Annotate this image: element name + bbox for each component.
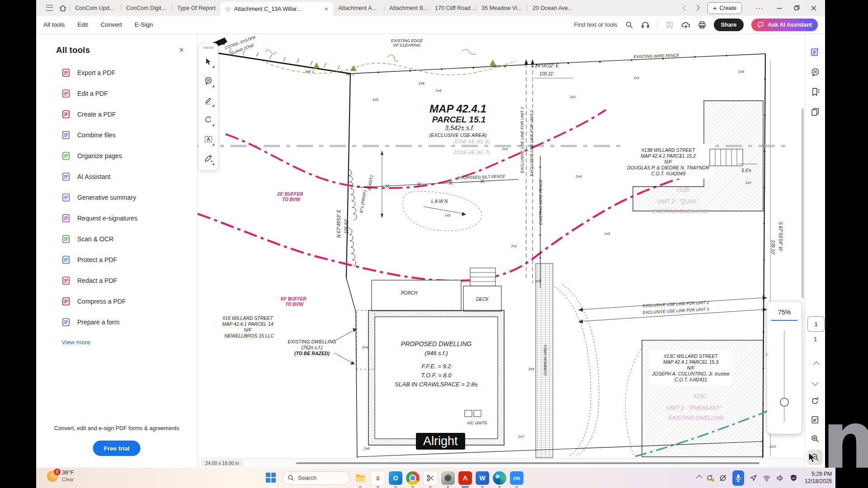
hidden-eye-tray-icon[interactable]: [719, 474, 727, 482]
tab-attachment-a-[interactable]: Attachment A...: [333, 0, 384, 16]
comment-icon: [204, 76, 213, 85]
print-icon[interactable]: [698, 21, 706, 29]
panel-close-button[interactable]: ×: [179, 46, 184, 54]
comments-rail-button[interactable]: [805, 62, 825, 82]
tab-concom-upd-[interactable]: ConCom Upd...: [70, 0, 121, 16]
survey-label: #15 WILLARD STREET: [222, 315, 274, 321]
start-button[interactable]: [266, 473, 277, 483]
draw-tool-button[interactable]: [201, 110, 216, 129]
create-button[interactable]: +Create: [708, 2, 742, 14]
zoom-slider-track[interactable]: [784, 331, 785, 422]
menu-item-edit[interactable]: Edit: [77, 21, 88, 28]
overflow-menu-button[interactable]: ···: [755, 4, 764, 12]
tab-close-button[interactable]: ×: [321, 5, 328, 13]
sidebar-item-scan-ocr[interactable]: Scan & OCR: [36, 229, 197, 249]
restore-button[interactable]: [788, 0, 805, 16]
sidebar-item-combine-files[interactable]: Combine files: [36, 125, 197, 145]
sync-tray-icon[interactable]: [706, 474, 713, 482]
file-explorer-icon[interactable]: [354, 471, 367, 485]
security-tray-icon[interactable]: [790, 474, 797, 482]
tab-back-button[interactable]: [679, 1, 691, 15]
sidebar-item-generative-summary[interactable]: Generative summary: [36, 187, 197, 208]
page-number-input[interactable]: [807, 316, 825, 332]
menu-item-convert[interactable]: Convert: [101, 21, 122, 28]
tab-active[interactable]: ☆Attachment C_13A Willar...×: [220, 2, 333, 16]
wifi-icon: [763, 474, 771, 482]
survey-label: WF 3: [492, 64, 501, 68]
fit-page-button[interactable]: [807, 412, 823, 427]
sidebar-item-export-a-pdf[interactable]: Export a PDF: [36, 62, 197, 83]
close-window-button[interactable]: [805, 0, 822, 16]
sidebar-item-edit-a-pdf[interactable]: Edit a PDF: [36, 83, 197, 104]
sidebar-item-request-e-signatures[interactable]: Request e-signatures: [36, 208, 197, 229]
app-menu-button[interactable]: [42, 0, 56, 16]
gen-summary-rail-button[interactable]: [805, 42, 825, 62]
find-label[interactable]: Find text or tools: [574, 21, 617, 28]
taskbar-search[interactable]: Search: [282, 471, 350, 485]
vertical-scrollbar[interactable]: [802, 108, 804, 298]
tray-expand-button[interactable]: [696, 476, 700, 480]
rotate-page-button[interactable]: [807, 393, 823, 408]
snipping-tool-icon[interactable]: [423, 471, 438, 485]
menu-item-all-tools[interactable]: All tools: [43, 21, 65, 28]
zoom-app-icon[interactable]: zm: [510, 471, 524, 485]
view-more-link[interactable]: View more: [61, 339, 197, 346]
pdf-viewport[interactable]: EXISTING EDGEOF CLEARINGEXISTING WIRE FE…: [198, 34, 805, 468]
home-button[interactable]: [56, 0, 70, 16]
free-trial-button[interactable]: Free trial: [93, 441, 140, 456]
microphone-active-indicator[interactable]: [732, 470, 744, 486]
survey-label: S 24°00'22" E: [531, 63, 559, 68]
wifi-tray-icon[interactable]: [763, 474, 771, 482]
previous-page-button[interactable]: [807, 357, 823, 372]
ask-ai-button[interactable]: Ask AI Assistant: [751, 19, 818, 31]
bookmarks-rail-button[interactable]: [805, 82, 825, 102]
minimize-button[interactable]: [771, 0, 788, 16]
weather-widget[interactable]: 8 36°F Clear: [47, 469, 74, 483]
word-icon[interactable]: W: [476, 471, 489, 485]
sidebar-item-protect-a-pdf[interactable]: Protect a PDF: [36, 249, 197, 270]
highlight-tool-button[interactable]: [201, 91, 216, 109]
tab-35-meadow-vi-[interactable]: 35 Meadow Vi...: [476, 0, 527, 16]
menu-item-e-sign[interactable]: E-Sign: [135, 21, 153, 28]
read-aloud-icon[interactable]: [641, 20, 650, 29]
tab-20-ocean-ave-[interactable]: 20 Ocean Ave...: [528, 0, 577, 16]
save-icon[interactable]: [665, 21, 674, 29]
acrobat-glyph: Λ: [463, 474, 467, 482]
sidebar-item-create-a-pdf[interactable]: Create a PDF: [36, 104, 197, 125]
sidebar-item-organize-pages[interactable]: Organize pages: [36, 145, 197, 166]
comment-tool-button[interactable]: [201, 71, 216, 90]
tab-label: Type Of Report: [177, 5, 216, 11]
location-tray-icon[interactable]: [750, 474, 757, 482]
acrobat-icon[interactable]: Λ: [458, 471, 472, 485]
tab-attachment-b-[interactable]: Attachment B...: [384, 0, 429, 16]
taskbar-clock[interactable]: 5:29 PM 12/18/2025: [805, 471, 832, 485]
tab-170-cliff-road-[interactable]: 170 Cliff Road ...: [430, 0, 476, 16]
tab-concom-digit-[interactable]: ConCom Digit...: [121, 0, 172, 16]
text-select-tool-button[interactable]: [201, 130, 216, 148]
next-page-button[interactable]: [807, 375, 823, 390]
select-tool-button[interactable]: [201, 52, 216, 70]
zoom-in-button[interactable]: [807, 431, 823, 446]
edge-icon[interactable]: [493, 471, 506, 485]
sidebar-item-prepare-a-form[interactable]: Prepare a form: [36, 312, 197, 333]
x-app-icon[interactable]: x: [371, 471, 385, 485]
cloud-upload-icon[interactable]: [681, 21, 690, 29]
sidebar-item-ai-assistant[interactable]: AI Assistant: [36, 166, 197, 187]
share-button[interactable]: Share: [714, 19, 744, 31]
tab-type-of-report[interactable]: Type Of Report: [172, 0, 220, 16]
drag-handle[interactable]: [203, 47, 214, 49]
sidebar-item-compress-a-pdf[interactable]: Compress a PDF: [36, 291, 197, 312]
tab-label: 20 Ocean Ave...: [533, 5, 573, 11]
chrome-icon[interactable]: [406, 471, 420, 485]
outlook-icon[interactable]: O: [389, 471, 402, 485]
zoom-slider-knob[interactable]: [780, 398, 789, 407]
sidebar-item-redact-a-pdf[interactable]: Redact a PDF: [36, 270, 197, 291]
tab-forward-button[interactable]: [691, 1, 703, 15]
pages-rail-button[interactable]: [805, 102, 825, 122]
camera-app-icon[interactable]: [441, 471, 455, 485]
fill-sign-tool-button[interactable]: [201, 149, 216, 168]
survey-label: EXISTING DWELLING: [288, 339, 336, 344]
volume-tray-icon[interactable]: [776, 474, 784, 482]
search-icon[interactable]: [625, 21, 633, 29]
horizontal-scrollbar[interactable]: [296, 462, 760, 464]
